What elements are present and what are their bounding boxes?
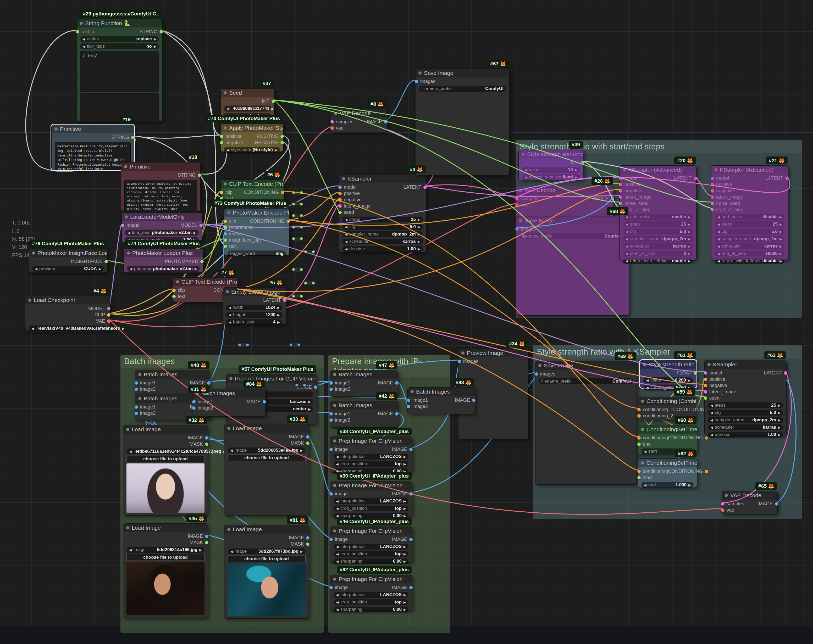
widget-interpolation[interactable]: ◀interpolationLANCZOS▶ — [333, 453, 409, 460]
decrement-arrow-icon[interactable]: ◀ — [644, 483, 646, 487]
node-header[interactable]: Primitive — [52, 125, 134, 133]
input-port-icon[interactable] — [711, 177, 714, 180]
reroute-node[interactable] — [291, 267, 304, 272]
input-port-icon[interactable] — [330, 448, 333, 451]
node-header[interactable]: Load Image — [224, 525, 309, 534]
collapse-dot-icon[interactable] — [643, 363, 646, 366]
decrement-arrow-icon[interactable]: ◀ — [336, 560, 339, 563]
output-slot-image[interactable]: IMAGE — [392, 447, 413, 452]
output-slot-conditioning[interactable]: CONDITIONING — [668, 435, 708, 441]
collapse-dot-icon[interactable] — [126, 526, 129, 529]
output-port-icon[interactable] — [423, 185, 427, 189]
input-port-icon[interactable] — [637, 414, 641, 418]
input-port-icon[interactable] — [330, 586, 333, 589]
output-port-icon[interactable] — [306, 442, 310, 445]
collapse-dot-icon[interactable] — [641, 399, 644, 403]
widget-scheduler[interactable]: ◀schedulerkarras▶ — [715, 243, 785, 249]
increment-arrow-icon[interactable]: ▶ — [277, 306, 280, 310]
increment-arrow-icon[interactable]: ▶ — [277, 320, 280, 324]
node-header[interactable]: Style strength ratio — [640, 360, 696, 369]
input-port-icon[interactable] — [338, 204, 342, 208]
widget-filename_prefix[interactable]: filename_prefixComfyUI — [519, 233, 626, 239]
collapse-dot-icon[interactable] — [334, 112, 337, 115]
widget-tidy_tags[interactable]: ◀tidy_tagsno▶ — [80, 43, 159, 49]
output-port-icon[interactable] — [281, 141, 284, 144]
decrement-arrow-icon[interactable]: ◀ — [710, 425, 713, 430]
output-slot-clip[interactable]: CLIP — [95, 312, 110, 318]
widget-end[interactable]: ◀end1.000▶ — [641, 482, 693, 488]
node-vae-decode-main[interactable]: VAE DecodesamplesIMAGEvae — [331, 109, 387, 132]
increment-arrow-icon[interactable]: ▶ — [403, 552, 406, 556]
increment-arrow-icon[interactable]: ▶ — [778, 433, 781, 437]
input-slot-positive[interactable]: positive — [338, 191, 360, 196]
decrement-arrow-icon[interactable]: ◀ — [336, 462, 339, 466]
widget-sampler_name[interactable]: ◀sampler_namedpmpp_2m▶ — [715, 236, 785, 242]
collapse-dot-icon[interactable] — [28, 298, 31, 302]
node-header[interactable]: Conditioning (Combine) — [638, 397, 696, 405]
decrement-arrow-icon[interactable]: ◀ — [229, 306, 231, 310]
decrement-arrow-icon[interactable]: ◀ — [717, 230, 720, 234]
collapse-dot-icon[interactable] — [32, 251, 35, 255]
widget-value[interactable]: ◀value10▶ — [522, 167, 580, 173]
node-photomaker-encode-plus[interactable]: PhotoMaker Encode PlusclipCONDITIONINGph… — [224, 208, 290, 255]
upload-button[interactable]: choose file to upload — [126, 456, 204, 462]
input-port-icon[interactable] — [704, 371, 707, 375]
node-header[interactable]: PhotoMaker Loader Plus — [124, 249, 203, 257]
increment-arrow-icon[interactable]: ▶ — [688, 378, 690, 382]
widget-cfg[interactable]: ◀cfg5.0▶ — [342, 224, 423, 230]
node-batch-images-83[interactable]: Batch Imagesimage1IMAGEimage2 — [407, 387, 475, 414]
widget-denoise[interactable]: ◀denoise1.00▶ — [342, 246, 423, 252]
node-header[interactable]: Save Image — [416, 69, 509, 77]
widget-steps[interactable]: ◀steps25▶ — [708, 402, 783, 408]
reroute-node[interactable] — [291, 225, 304, 229]
input-port-icon[interactable] — [458, 360, 461, 363]
widget-width[interactable]: ◀width1024▶ — [226, 304, 282, 311]
widget-batch_size[interactable]: ◀batch_size4▶ — [226, 319, 282, 325]
increment-arrow-icon[interactable]: ▶ — [300, 549, 303, 554]
decrement-arrow-icon[interactable]: ◀ — [345, 233, 347, 236]
decrement-arrow-icon[interactable]: ◀ — [345, 240, 347, 244]
increment-arrow-icon[interactable]: ▶ — [779, 252, 782, 255]
collapse-dot-icon[interactable] — [54, 127, 58, 131]
decrement-arrow-icon[interactable]: ◀ — [336, 593, 339, 597]
output-port-icon[interactable] — [472, 399, 476, 402]
widget-ckpt_name[interactable]: ◀ckpt_namerealvisxlV40_v40Bakedvae.safet… — [29, 325, 107, 332]
input-port-icon[interactable] — [135, 405, 138, 409]
collapse-dot-icon[interactable] — [641, 461, 644, 465]
input-port-icon[interactable] — [711, 202, 714, 205]
decrement-arrow-icon[interactable]: ◀ — [336, 455, 339, 459]
input-slot-images[interactable]: images — [458, 359, 479, 364]
output-port-icon[interactable] — [131, 136, 135, 139]
decrement-arrow-icon[interactable]: ◀ — [646, 378, 649, 382]
node-ksampler-main[interactable]: KSamplermodelLATENTpositivenegativelaten… — [339, 174, 426, 252]
node-string-function[interactable]: String Function 🐍text_aSTRING◀actionrepl… — [77, 19, 163, 121]
reroute-out-port-icon[interactable] — [300, 203, 303, 205]
node-save-image-bypassed[interactable]: Save Imageimagesfilename_prefixComfyUI — [516, 216, 629, 315]
input-slot-clip[interactable]: clip — [224, 219, 236, 224]
node-prep-image-clipvision-46[interactable]: Prep Image For ClipVisionimageIMAGE◀inte… — [330, 526, 412, 563]
widget-lora_name[interactable]: ◀lora_namephotomaker-v2.bin▶ — [125, 229, 199, 236]
collapse-dot-icon[interactable] — [333, 439, 336, 442]
widget-interpolation[interactable]: ◀interpolationLANCZOS▶ — [333, 498, 409, 504]
increment-arrow-icon[interactable]: ▶ — [193, 231, 196, 235]
output-slot-mask[interactable]: MASK — [291, 441, 310, 446]
node-header[interactable]: Primitive — [121, 162, 200, 171]
input-slot-negative[interactable]: negative — [704, 383, 727, 389]
node-header[interactable]: Load Checkpoint — [25, 296, 110, 304]
collapse-dot-icon[interactable] — [522, 153, 525, 156]
input-slot-negative[interactable]: negative — [711, 188, 734, 194]
output-slot-int[interactable]: INT — [262, 99, 275, 104]
output-port-icon[interactable] — [409, 448, 413, 451]
input-slot-image2[interactable]: image2 — [192, 405, 213, 411]
output-port-icon[interactable] — [705, 470, 708, 473]
input-slot-image1[interactable]: image1 — [135, 404, 155, 410]
input-port-icon[interactable] — [619, 177, 623, 180]
output-port-icon[interactable] — [409, 492, 413, 496]
input-port-icon[interactable] — [192, 406, 196, 410]
node-load-image-33[interactable]: Load ImageIMAGEMASK◀image5dd206853a4aa.j… — [224, 424, 309, 516]
decrement-arrow-icon[interactable]: ◀ — [83, 37, 85, 41]
input-port-icon[interactable] — [76, 30, 79, 34]
input-port-icon[interactable] — [711, 196, 714, 199]
decrement-arrow-icon[interactable]: ◀ — [127, 231, 130, 235]
node-style-strength-ratio[interactable]: Style strength ratioFLOAT◀value0.200▶◀co… — [640, 360, 696, 388]
